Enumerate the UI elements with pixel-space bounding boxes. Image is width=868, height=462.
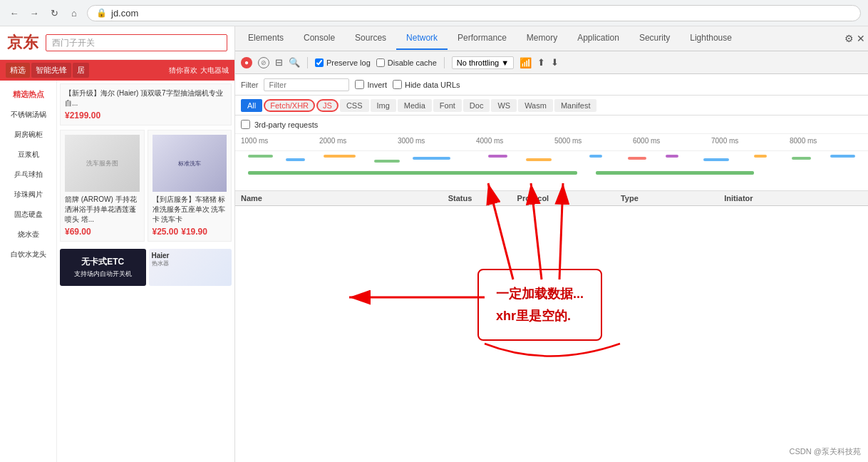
browser-toolbar: ← → ↻ ⌂ 🔒 jd.com [0,0,868,26]
tab-security[interactable]: Security [629,27,680,50]
jd-haier-label: Haier [152,252,229,260]
jd-sidebar-item-5[interactable]: 珍珠阀片 [3,187,53,202]
filter-type-wasm[interactable]: Wasm [518,99,553,112]
jd-sidebar-item-6[interactable]: 固态硬盘 [3,207,53,222]
refresh-button[interactable]: ↻ [47,6,61,20]
third-party-label: 3rd-party requests [254,120,318,129]
ruler-mark-2: 2000 ms [319,137,398,150]
filter-type-css[interactable]: CSS [340,99,369,112]
jd-sub-nav-1[interactable]: 猜你喜欢 [169,66,197,76]
invert-label: Invert [367,81,387,89]
filter-input[interactable] [264,78,349,91]
throttling-chevron: ▼ [501,58,509,67]
download-icon[interactable]: ⬇ [551,57,559,68]
hide-data-urls-checkbox[interactable] [393,80,402,89]
network-table-header: Name Status Protocol Type Initiator [235,191,868,206]
timeline-bar-3 [324,155,355,158]
jd-product-title-3: 【到店服务】车猪猪 标准洗服务五座单次 洗车卡 洗车卡 [153,195,227,225]
tab-performance[interactable]: Performance [448,27,517,50]
header-status: Status [448,194,517,202]
tab-sources[interactable]: Sources [345,27,396,50]
filter-type-js[interactable]: JS [316,99,339,112]
settings-icon[interactable]: ⚙ [844,33,854,44]
product-image-2: 洗车服务图 [65,135,140,192]
filter-type-all[interactable]: All [241,99,262,112]
jd-content-area: 精选热点 不锈钢汤锅 厨房碗柜 豆浆机 乒乓球拍 珍珠阀片 固态硬盘 烧水壶 白… [0,81,234,462]
header-type: Type [621,194,724,202]
hide-data-urls-label: Hide data URLs [405,81,460,89]
jd-haier-desc: 热水器 [152,260,229,267]
upload-icon[interactable]: ⬆ [537,57,545,68]
clear-button[interactable]: ⊘ [258,57,269,68]
invert-group[interactable]: Invert [355,80,387,89]
throttling-label: No throttling [457,58,499,67]
hide-data-urls-group[interactable]: Hide data URLs [393,80,460,89]
jd-haier-banner[interactable]: Haier 热水器 [149,249,232,286]
filter-type-doc[interactable]: Doc [463,99,490,112]
tab-lighthouse[interactable]: Lighthouse [680,27,742,50]
tab-application[interactable]: Application [567,27,629,50]
address-bar[interactable]: 🔒 jd.com [87,5,861,21]
jd-product-title-1: 【新升级】海尔 (Haier) 顶双吸7字型抽油烟机专业自... [65,88,227,108]
jd-sidebar-item-1[interactable]: 不锈钢汤锅 [3,107,53,123]
throttling-selector[interactable]: No throttling ▼ [452,56,514,69]
jd-search-input[interactable] [46,34,227,51]
jd-product-card-2[interactable]: 洗车服务图 箭牌 (ARROW) 手持花洒淋浴手持单花洒莲蓬喷头 塔... ¥6… [60,130,145,242]
jd-sidebar-item-3[interactable]: 豆浆机 [3,147,53,163]
filter-type-font[interactable]: Font [433,99,462,112]
filter-type-ws[interactable]: WS [491,99,517,112]
jd-sidebar-item-7[interactable]: 烧水壶 [3,227,53,242]
wifi-icon: 📶 [520,57,532,68]
filter-icon[interactable]: ⊟ [275,57,283,68]
tab-elements[interactable]: Elements [238,27,294,50]
jd-product-card-1[interactable]: 【新升级】海尔 (Haier) 顶双吸7字型抽油烟机专业自... ¥2199.0… [60,83,232,125]
third-party-checkbox[interactable] [241,120,250,129]
jd-product-card-3[interactable]: 标准洗车 【到店服务】车猪猪 标准洗服务五座单次 洗车卡 洗车卡 ¥25.00 … [148,130,232,242]
jd-nav-item-selected[interactable]: 精选 [6,63,30,78]
preserve-log-group[interactable]: Preserve log [315,58,371,67]
jd-sidebar-item-selected[interactable]: 精选热点 [3,86,53,103]
close-devtools-icon[interactable]: ✕ [857,33,865,44]
jd-nav-item-1[interactable]: 智能先锋 [31,63,71,78]
jd-sidebar-item-2[interactable]: 厨房碗柜 [3,127,53,143]
jd-etc-title: 无卡式ETC [64,256,142,268]
jd-sidebar-item-4[interactable]: 乒乓球拍 [3,167,53,183]
timeline-bars [235,151,868,191]
csdn-watermark: CSDN @泵关科技苑 [790,446,861,457]
jd-sidebar-item-8[interactable]: 白饮水龙头 [3,247,53,262]
ruler-mark-1: 1000 ms [241,137,319,150]
filter-type-manifest[interactable]: Manifest [554,99,597,112]
jd-product-price-3b: ¥19.90 [181,227,207,237]
disable-cache-checkbox[interactable] [376,58,385,67]
invert-checkbox[interactable] [355,80,364,89]
filter-type-fetch-xhr[interactable]: Fetch/XHR [264,99,315,112]
timeline-bar-1 [248,155,274,158]
timeline-area: 1000 ms 2000 ms 3000 ms 4000 ms 5000 ms … [235,134,868,191]
ruler-mark-5: 5000 ms [554,137,633,150]
jd-etc-banner[interactable]: 无卡式ETC 支持场内自动开关机 [60,249,146,286]
back-button[interactable]: ← [7,6,21,20]
forward-button[interactable]: → [27,6,41,20]
devtools-icons: ⚙ ✕ [844,33,865,44]
header-protocol: Protocol [517,194,621,202]
jd-sub-nav-2[interactable]: 大电器城 [200,66,229,76]
tab-memory[interactable]: Memory [517,27,567,50]
jd-nav-item-2[interactable]: 居 [73,63,89,78]
filter-type-img[interactable]: Img [371,99,396,112]
disable-cache-group[interactable]: Disable cache [376,58,437,67]
filter-bar: Filter Invert Hide data URLs [235,74,868,96]
ruler-mark-3: 3000 ms [398,137,476,150]
tab-console[interactable]: Console [294,27,345,50]
jd-website-panel: 京东 精选 智能先锋 居 猜你喜欢 大电器城 精选热点 不锈钢汤锅 厨房碗柜 豆… [0,26,235,462]
tab-network[interactable]: Network [396,27,448,50]
preserve-log-checkbox[interactable] [315,58,324,67]
filter-type-media[interactable]: Media [398,99,432,112]
record-button[interactable]: ● [241,57,252,68]
header-name: Name [241,194,448,202]
jd-etc-subtitle: 支持场内自动开关机 [64,270,142,279]
network-empty-area [235,206,868,462]
home-button[interactable]: ⌂ [67,6,81,20]
search-icon[interactable]: 🔍 [289,57,300,68]
toolbar-divider-1 [307,57,308,68]
timeline-bar-4 [374,160,400,163]
